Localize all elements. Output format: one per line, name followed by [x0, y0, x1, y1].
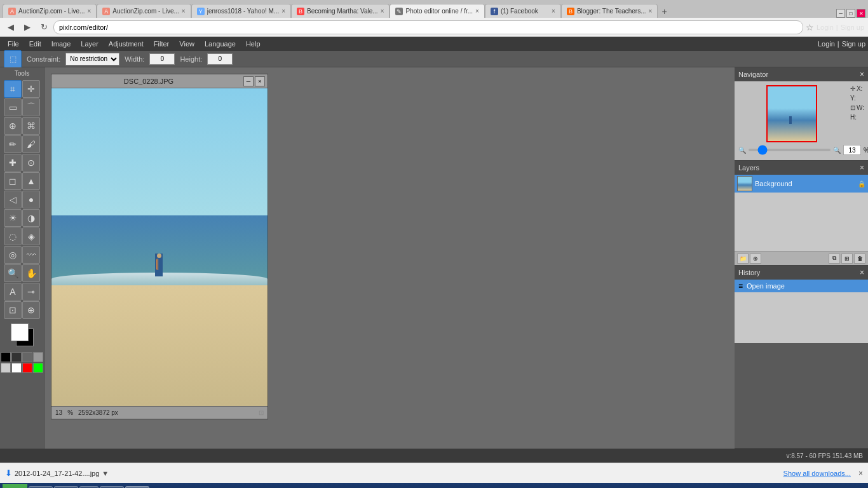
back-button[interactable]: ◀ [4, 20, 18, 34]
nav-zoom-out-btn[interactable]: 🔍 [738, 147, 746, 154]
menu-help[interactable]: Help [241, 39, 266, 49]
menu-image[interactable]: Image [46, 39, 76, 49]
start-button[interactable]: ⊞ [3, 484, 27, 488]
menu-layer[interactable]: Layer [76, 39, 104, 49]
red-eye-tool[interactable]: ◎ [4, 246, 22, 264]
text-tool[interactable]: A [4, 283, 22, 301]
gradient-tool[interactable]: ◁ [4, 191, 22, 208]
canvas-minimize-btn[interactable]: ─ [243, 76, 254, 86]
grid-cell-8[interactable] [33, 363, 43, 373]
hand-tool[interactable]: ✋ [22, 264, 40, 282]
reload-button[interactable]: ↻ [37, 20, 51, 34]
tab-5[interactable]: ✎ Photo editor online / fr... × [390, 4, 484, 18]
layers-close-btn[interactable]: × [860, 163, 864, 172]
grid-cell-1[interactable] [1, 352, 11, 362]
rect-select-tool[interactable]: ▭ [4, 98, 22, 116]
canvas-resize-handle[interactable]: ⊡ [259, 409, 264, 416]
tab-close-5[interactable]: × [475, 8, 479, 15]
nav-w-label: W: [857, 104, 864, 111]
pencil-tool[interactable]: ✏ [4, 135, 22, 153]
tab-2[interactable]: A AuctionZip.com - Live... × [97, 4, 191, 18]
close-button[interactable]: ✕ [857, 9, 865, 18]
heal-tool[interactable]: ✚ [4, 154, 22, 172]
smudge-tool[interactable]: 〰 [22, 246, 40, 264]
navigator-close-btn[interactable]: × [860, 70, 864, 79]
selection-tool-btn[interactable]: ⬚ [4, 50, 22, 68]
tab-close-6[interactable]: × [552, 8, 555, 15]
layers-add-set-btn[interactable]: 📁 [737, 254, 749, 264]
brush-tool[interactable]: 🖌 [22, 135, 40, 153]
constraint-select[interactable]: No restriction [65, 53, 119, 65]
pan-tool[interactable]: ⊡ [4, 301, 22, 319]
nav-zoom-slider[interactable] [749, 149, 831, 151]
download-dropdown-btn[interactable]: ▼ [102, 470, 109, 477]
nav-y-label: Y: [850, 95, 856, 102]
new-tab-button[interactable]: + [658, 5, 670, 18]
history-close-btn[interactable]: × [860, 268, 864, 277]
signup-link[interactable]: Sign up [841, 24, 864, 31]
tab-3[interactable]: Y jenross1018 - Yahoo! M... × [191, 4, 291, 18]
path-tool[interactable]: ⊸ [22, 283, 40, 301]
url-input[interactable] [53, 20, 803, 34]
canvas-area[interactable]: DSC_0228.JPG ─ × [44, 67, 735, 449]
layer-row-background[interactable]: Background 🔒 [735, 175, 868, 193]
menu-adjustment[interactable]: Adjustment [104, 39, 149, 49]
layers-delete-btn[interactable]: 🗑 [854, 254, 865, 264]
lasso-tool[interactable]: ⌒ [22, 98, 40, 116]
nav-zoom-input[interactable] [843, 145, 861, 155]
grid-cell-3[interactable] [22, 352, 32, 362]
layers-duplicate-btn[interactable]: ⧉ [829, 254, 840, 264]
tab-close-4[interactable]: × [381, 8, 384, 15]
history-row-open[interactable]: ≡ Open image [735, 280, 868, 292]
minimize-button[interactable]: ─ [836, 9, 845, 18]
tab-7[interactable]: B Blogger: The Teachers... × [561, 4, 658, 18]
zoom-tool[interactable]: 🔍 [4, 264, 22, 282]
width-input[interactable] [149, 53, 175, 65]
paint-bucket-tool[interactable]: ● [22, 191, 40, 208]
layers-add-adjustment-btn[interactable]: ⊕ [750, 254, 761, 264]
tab-close-7[interactable]: × [649, 8, 653, 15]
move-tool[interactable]: ✛ [22, 80, 40, 98]
menu-edit[interactable]: Edit [24, 39, 46, 49]
fill-tool[interactable]: ▲ [22, 172, 40, 190]
sharpen-tool[interactable]: ◈ [22, 227, 40, 245]
tab-close-3[interactable]: × [281, 8, 285, 15]
wand-tool[interactable]: ⌘ [22, 117, 40, 135]
tab-4[interactable]: B Becoming Martha: Vale... × [291, 4, 390, 18]
menu-filter[interactable]: Filter [149, 39, 174, 49]
magnify-tool[interactable]: ⊕ [22, 301, 40, 319]
foreground-color-swatch[interactable] [11, 323, 29, 341]
downloads-bar-close-btn[interactable]: × [858, 469, 863, 478]
eraser-tool[interactable]: ◻ [4, 172, 22, 190]
maximize-button[interactable]: □ [846, 9, 855, 18]
show-all-downloads-link[interactable]: Show all downloads... [783, 470, 851, 477]
burn-tool[interactable]: ◑ [22, 209, 40, 227]
menu-file[interactable]: File [3, 39, 24, 49]
grid-cell-7[interactable] [22, 363, 32, 373]
layers-merge-btn[interactable]: ⊞ [841, 254, 853, 264]
crop-tool[interactable]: ⌗ [4, 80, 22, 98]
login-link[interactable]: Login [817, 24, 834, 31]
eyedropper-tool[interactable]: ⊕ [4, 117, 22, 135]
app-login-link[interactable]: Login [818, 40, 835, 48]
tab-close-1[interactable]: × [87, 8, 91, 15]
canvas-close-btn[interactable]: × [255, 76, 265, 86]
menu-view[interactable]: View [174, 39, 200, 49]
forward-button[interactable]: ▶ [20, 20, 34, 34]
grid-cell-4[interactable] [33, 352, 43, 362]
tab-close-2[interactable]: × [182, 8, 186, 15]
app-signup-link[interactable]: Sign up [842, 40, 865, 48]
nav-zoom-in-btn[interactable]: 🔍 [833, 147, 841, 154]
grid-cell-2[interactable] [11, 352, 22, 362]
tab-6[interactable]: f (1) Facebook × [485, 4, 561, 18]
height-input[interactable] [207, 53, 233, 65]
blur-tool[interactable]: ◌ [4, 227, 22, 245]
grid-cell-5[interactable] [1, 363, 11, 373]
bookmark-star[interactable]: ☆ [806, 22, 814, 32]
clone-tool[interactable]: ⊙ [22, 154, 40, 172]
color-swatch-area[interactable] [11, 323, 34, 346]
grid-cell-6[interactable] [11, 363, 22, 373]
dodge-tool[interactable]: ☀ [4, 209, 22, 227]
menu-language[interactable]: Language [200, 39, 241, 49]
tab-1[interactable]: A AuctionZip.com - Live... × [3, 4, 97, 18]
